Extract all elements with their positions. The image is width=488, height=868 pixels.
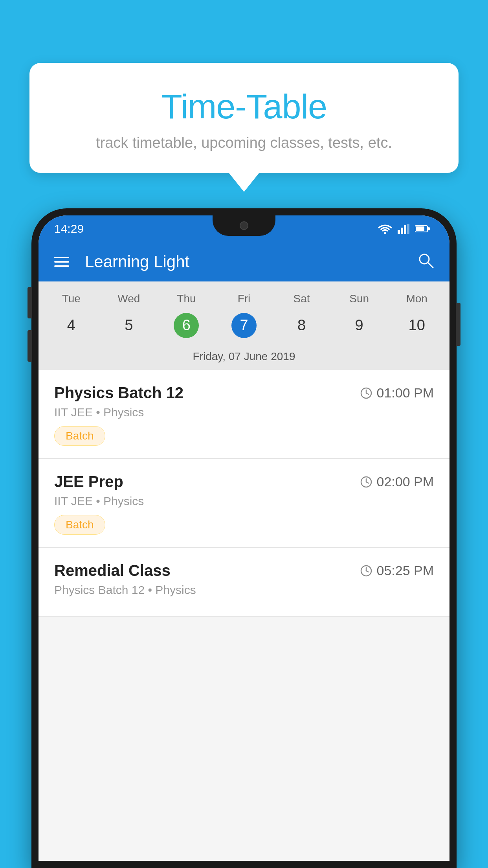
day-numbers: 4 5 6 7 8 9 10 (39, 308, 449, 346)
app-title: Learning Light (85, 252, 405, 271)
svg-rect-6 (416, 226, 424, 231)
schedule-item-2-time: 02:00 PM (360, 474, 434, 489)
schedule-item-1[interactable]: Physics Batch 12 01:00 PM IIT JEE • Phys… (39, 370, 449, 459)
date-8[interactable]: 8 (273, 312, 330, 338)
schedule-item-3-meta: Physics Batch 12 • Physics (54, 583, 434, 597)
tooltip-card: Time-Table track timetable, upcoming cla… (29, 63, 459, 173)
day-header-thu: Thu (158, 289, 215, 308)
selected-date-label: Friday, 07 June 2019 (39, 346, 449, 370)
date-7-selected[interactable]: 7 (231, 313, 257, 338)
day-header-mon: Mon (388, 289, 446, 308)
svg-point-0 (384, 232, 386, 234)
batch-badge-2: Batch (54, 515, 105, 535)
schedule-item-1-title: Physics Batch 12 (54, 384, 183, 402)
schedule-item-2-title: JEE Prep (54, 473, 123, 491)
date-6-today[interactable]: 6 (174, 313, 199, 338)
signal-icon (398, 224, 409, 234)
day-header-fri: Fri (215, 289, 273, 308)
date-4[interactable]: 4 (42, 312, 100, 338)
svg-line-18 (366, 571, 369, 572)
volume-up-button[interactable] (28, 287, 32, 318)
battery-icon (415, 224, 430, 233)
schedule-item-2-header: JEE Prep 02:00 PM (54, 473, 434, 491)
schedule-item-3-title: Remedial Class (54, 562, 171, 579)
svg-rect-3 (404, 225, 406, 234)
svg-line-15 (366, 482, 369, 483)
svg-line-12 (366, 393, 369, 394)
wifi-icon (378, 224, 392, 234)
search-button[interactable] (417, 252, 434, 272)
camera-dot (240, 221, 248, 230)
day-header-sat: Sat (273, 289, 330, 308)
svg-line-9 (428, 263, 433, 268)
schedule-list: Physics Batch 12 01:00 PM IIT JEE • Phys… (39, 370, 449, 617)
phone-notch (213, 215, 275, 236)
svg-rect-1 (398, 230, 400, 234)
day-header-wed: Wed (100, 289, 158, 308)
schedule-item-3[interactable]: Remedial Class 05:25 PM Physics Batch 12… (39, 548, 449, 617)
day-headers: Tue Wed Thu Fri Sat Sun Mon (39, 289, 449, 308)
phone-screen: 14:29 (39, 215, 449, 861)
schedule-item-1-time: 01:00 PM (360, 385, 434, 401)
power-button[interactable] (456, 303, 460, 346)
svg-rect-2 (401, 228, 403, 234)
hamburger-menu-icon[interactable] (54, 257, 69, 267)
schedule-item-1-header: Physics Batch 12 01:00 PM (54, 384, 434, 402)
schedule-item-1-meta: IIT JEE • Physics (54, 406, 434, 419)
schedule-item-2-meta: IIT JEE • Physics (54, 495, 434, 508)
schedule-item-3-header: Remedial Class 05:25 PM (54, 562, 434, 579)
tooltip-title: Time-Table (57, 86, 431, 127)
date-9[interactable]: 9 (330, 312, 388, 338)
day-header-tue: Tue (42, 289, 100, 308)
clock-icon-1 (360, 387, 372, 399)
date-10[interactable]: 10 (388, 312, 446, 338)
app-bar: Learning Light (39, 242, 449, 281)
calendar-strip: Tue Wed Thu Fri Sat Sun Mon 4 5 6 7 8 9 … (39, 281, 449, 370)
clock-icon-2 (360, 476, 372, 488)
schedule-item-2[interactable]: JEE Prep 02:00 PM IIT JEE • Physics Batc… (39, 459, 449, 548)
day-header-sun: Sun (330, 289, 388, 308)
batch-badge-1: Batch (54, 426, 105, 446)
tooltip-subtitle: track timetable, upcoming classes, tests… (57, 134, 431, 151)
svg-rect-7 (428, 227, 430, 230)
status-time: 14:29 (54, 222, 84, 235)
date-5[interactable]: 5 (100, 312, 158, 338)
clock-icon-3 (360, 565, 372, 577)
volume-down-button[interactable] (28, 330, 32, 362)
schedule-item-3-time: 05:25 PM (360, 563, 434, 578)
status-icons (378, 224, 430, 234)
phone-shell: 14:29 (31, 208, 457, 868)
svg-rect-4 (407, 224, 409, 234)
